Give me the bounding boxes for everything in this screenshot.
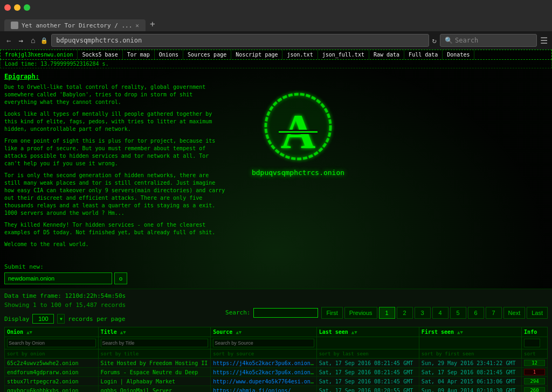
close-window-btn[interactable] (4, 4, 11, 11)
sort-label-info[interactable]: sort (522, 349, 548, 359)
page-btn-1[interactable]: 1 (379, 307, 395, 319)
onion-link[interactable]: endforum4gdprarw.onion (7, 369, 78, 375)
browser-search-bar[interactable]: 🔍 Search (440, 34, 537, 47)
display-controls: Display ▼ records per page (4, 314, 126, 324)
col-header-title[interactable]: Title ▲▼ (98, 327, 211, 337)
onion-link[interactable]: qqvbgcu6kohbkxbs.onion (7, 388, 78, 393)
nav-link-socks5[interactable]: Socks5 base (78, 50, 122, 59)
nav-link-jsonfull[interactable]: json_full.txt (318, 50, 369, 59)
cell-last-seen: Sat, 17 Sep 2016 08:21:45 GMT (316, 368, 419, 377)
menu-btn[interactable]: ☰ (540, 36, 548, 46)
nav-link-rawdata[interactable]: Raw data (369, 50, 404, 59)
nav-link-json[interactable]: json.txt (282, 50, 318, 59)
nav-link-noscript[interactable]: Noscript page (231, 50, 282, 59)
source-link[interactable]: https://j4ko5c2kacr3pu6x.onion... (213, 369, 316, 375)
col-header-onion[interactable]: Onion ▲▼ (5, 327, 99, 337)
sort-label-onion[interactable]: sort by onion (5, 349, 99, 359)
table-row: qqvbgcu6kohbkxbs.onion qqbbs OnionMail S… (5, 386, 548, 393)
prev-page-btn[interactable]: Previous (344, 307, 377, 319)
col-header-last-seen[interactable]: Last seen ▲▼ (316, 327, 419, 337)
submit-button[interactable]: o (114, 272, 127, 284)
first-page-btn[interactable]: First (321, 307, 342, 319)
source-link[interactable]: https://ahmia.fi/onions/ (213, 388, 291, 393)
maximize-window-btn[interactable] (24, 4, 30, 11)
nav-link-onions[interactable]: Onions (155, 50, 183, 59)
page-btn-7[interactable]: 7 (486, 307, 502, 319)
sort-label-first[interactable]: sort by first seen (419, 349, 521, 359)
epigraph-p5: Welcome to the real world. (4, 241, 225, 248)
new-tab-btn[interactable]: + (146, 17, 160, 31)
search-placeholder: Search (455, 37, 478, 44)
info-badge: 1 (524, 369, 545, 375)
search-source-input[interactable] (213, 339, 314, 347)
cell-title: Site Hosted by Freedom Hosting II (98, 359, 211, 368)
nav-link-sources[interactable]: Sources page (183, 50, 231, 59)
reload-btn[interactable]: ↻ (432, 36, 437, 45)
home-btn[interactable]: ⌂ (29, 35, 37, 46)
site-name: bdpuqvsqmphctrcs.onion (252, 169, 344, 177)
sort-title-icon: ▲▼ (120, 330, 126, 335)
sort-last-icon: ▲▼ (351, 330, 357, 335)
page-btn-5[interactable]: 5 (450, 307, 466, 319)
next-page-btn[interactable]: Next (503, 307, 526, 319)
nav-link-tormap[interactable]: Tor map (123, 50, 155, 59)
table-row: endforum4gdprarw.onion Forums - Espace N… (5, 368, 548, 377)
epigraph-p3: Tor is only the second generation of hid… (4, 172, 225, 217)
onion-link[interactable]: stbux7lrtpegcra2.onion (7, 379, 78, 384)
page-btn-6[interactable]: 6 (468, 307, 484, 319)
cell-source: http://www.duper4o5k7764esi.on... (211, 377, 316, 386)
cell-first-seen: Sun, 09 Aug 2014 02:18:30 GMT (419, 386, 521, 393)
epigraph-p0: Due to Orwell-like total control of real… (4, 83, 225, 106)
submit-form: o (4, 272, 548, 284)
sort-source-icon: ▲▼ (236, 330, 242, 335)
cell-source: https://ahmia.fi/onions/ (211, 386, 316, 393)
nav-link-0[interactable]: frokjgl3hxesnwu.onion (1, 50, 78, 59)
tab-close-btn[interactable]: ✕ (135, 22, 139, 29)
cell-last-seen: Sat, 17 Sep 2016 08:21:45 GMT (316, 377, 419, 386)
table-row: stbux7lrtpegcra2.onion Login | Alphabay … (5, 377, 548, 386)
records-per-page-input[interactable] (32, 314, 54, 324)
nav-row1: frokjgl3hxesnwu.onion Socks5 base Tor ma… (0, 50, 552, 60)
records-spinner[interactable]: ▼ (57, 314, 65, 324)
pagination: First Previous 1 2 3 4 5 6 7 Next Last (321, 307, 548, 319)
nav-link-donates[interactable]: Donates (443, 50, 474, 59)
page-btn-4[interactable]: 4 (432, 307, 448, 319)
cell-info: 294 (522, 377, 548, 386)
cell-first-seen: Sun, 29 May 2016 23:41:22 GMT (419, 359, 521, 368)
cell-last-seen: Sat, 17 Sep 2016 08:20:55 GMT (316, 386, 419, 393)
search-col-source (211, 337, 316, 349)
source-link[interactable]: http://www.duper4o5k7764esi.on... (213, 379, 316, 384)
back-btn[interactable]: ← (4, 35, 13, 46)
submit-input[interactable] (4, 272, 112, 284)
col-header-source[interactable]: Source ▲▼ (211, 327, 316, 337)
submit-section: Submit new: o (0, 263, 552, 289)
last-page-btn[interactable]: Last (527, 307, 548, 319)
sort-label-source[interactable]: sort by source (211, 349, 316, 359)
table-controls: Showing 1 to 100 of 15,487 records Displ… (4, 302, 548, 324)
search-info-input[interactable] (524, 339, 540, 347)
search-title-input[interactable] (101, 339, 209, 347)
source-link[interactable]: https://j4ko5c2kacr3pu6x.onion... (213, 360, 316, 366)
submit-label: Submit new: (4, 263, 548, 270)
cell-title: Login | Alphabay Market (98, 377, 211, 386)
active-tab[interactable]: Yet another Tor Directory / ... ✕ (4, 19, 146, 31)
minimize-window-btn[interactable] (14, 4, 20, 11)
page-btn-3[interactable]: 3 (415, 307, 431, 319)
cell-onion: qqvbgcu6kohbkxbs.onion (5, 386, 99, 393)
sort-label-last[interactable]: sort by last seen (316, 349, 419, 359)
search-input[interactable] (253, 308, 318, 318)
search-onion-input[interactable] (7, 339, 96, 347)
onion-link[interactable]: 65c2z4uwvz5wwhe2.onion (7, 360, 78, 366)
sort-label-title[interactable]: sort by title (98, 349, 211, 359)
forward-btn[interactable]: → (16, 35, 25, 46)
cell-info: 260 (522, 386, 548, 393)
cell-title: qqbbs OnionMail Server (98, 386, 211, 393)
search-col-info (522, 337, 548, 349)
url-field[interactable]: bdpuqvsqmphctrcs.onion (51, 34, 429, 47)
titlebar (0, 0, 552, 15)
col-header-info[interactable]: Info (522, 327, 548, 337)
info-badge: 260 (524, 387, 545, 392)
col-header-first-seen[interactable]: First seen ▲▼ (419, 327, 521, 337)
nav-link-fulldata[interactable]: Full data (404, 50, 443, 59)
page-btn-2[interactable]: 2 (397, 307, 413, 319)
